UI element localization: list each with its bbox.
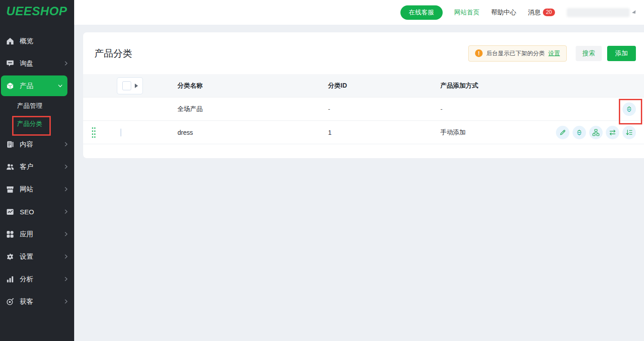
select-all-checkbox[interactable] (122, 81, 131, 90)
sort-button[interactable] (622, 102, 636, 116)
sidebar-item-label: 内容 (20, 140, 63, 149)
sitemap-button[interactable] (589, 126, 603, 139)
sidebar-item-label: 设置 (20, 252, 63, 261)
home-icon (6, 37, 14, 45)
offline-category-notice: ! 后台显示已下架的分类 设置 (468, 45, 567, 62)
sidebar-item-acquisition[interactable]: 获客 (0, 290, 74, 313)
apps-icon (6, 230, 14, 238)
table-header-row: 分类名称 分类ID 产品添加方式 (83, 74, 644, 97)
category-id-cell: 1 (328, 129, 440, 136)
sidebar-item-inquiry[interactable]: 询盘 (0, 52, 74, 75)
sidebar-subitem-product-category[interactable]: 产品分类 (0, 115, 74, 133)
sidebar: UEESHOP 概览询盘产品产品管理产品分类内容客户网站SEO应用设置分析获客 (0, 0, 74, 341)
sidebar-item-label: 概览 (20, 37, 69, 45)
sidebar-item-label: SEO (20, 208, 63, 216)
topbar: 在线客服 网站首页 帮助中心 消息 20 (74, 0, 644, 25)
chevron-right-icon (63, 276, 69, 282)
category-name-cell: 全场产品 (178, 105, 328, 113)
row-checkbox[interactable] (120, 128, 121, 137)
row-actions (553, 102, 644, 116)
swap-button[interactable] (606, 126, 619, 139)
sidebar-subitem-product-management[interactable]: 产品管理 (0, 97, 74, 115)
gear-icon (6, 253, 14, 261)
product-category-card: 产品分类 ! 后台显示已下架的分类 设置 搜索 添加 分类名称 分类ID 产品添… (83, 32, 644, 158)
help-center-link[interactable]: 帮助中心 (491, 9, 516, 17)
sidebar-item-content[interactable]: 内容 (0, 133, 74, 155)
card-header: 产品分类 ! 后台显示已下架的分类 设置 搜索 添加 (83, 32, 644, 74)
sidebar-item-product[interactable]: 产品 (1, 75, 67, 96)
sidebar-item-seo[interactable]: SEO (0, 200, 74, 223)
box-icon (6, 82, 14, 90)
edit-button[interactable] (556, 126, 569, 139)
chevron-right-icon (63, 61, 69, 66)
drag-handle-icon[interactable] (91, 127, 96, 138)
sidebar-item-customers[interactable]: 客户 (0, 155, 74, 178)
edit-icon (559, 129, 566, 136)
order-button[interactable] (622, 126, 636, 139)
sidebar-item-apps[interactable]: 应用 (0, 223, 74, 245)
add-button[interactable]: 添加 (607, 46, 636, 61)
row-actions (553, 126, 644, 139)
chevron-right-icon (63, 164, 69, 169)
chevron-right-icon (63, 231, 69, 237)
expand-triangle-icon[interactable] (135, 84, 138, 88)
table-body: 全场产品--dress1手动添加 (83, 97, 644, 144)
table-row: 全场产品-- (83, 97, 644, 121)
user-name-redacted (567, 8, 630, 17)
chevron-down-icon (58, 83, 63, 89)
doc-icon (6, 141, 14, 148)
page-title: 产品分类 (94, 47, 468, 60)
bulk-select-control[interactable] (117, 77, 143, 94)
messages-count-badge: 20 (543, 9, 555, 16)
search-button[interactable]: 搜索 (576, 46, 602, 61)
chat-icon (6, 60, 14, 67)
notice-settings-link[interactable]: 设置 (548, 49, 560, 58)
sidebar-item-label: 产品 (20, 82, 58, 90)
table-row: dress1手动添加 (83, 121, 644, 144)
store-icon (6, 186, 14, 193)
chevron-right-icon (63, 299, 69, 304)
sidebar-menu: 概览询盘产品产品管理产品分类内容客户网站SEO应用设置分析获客 (0, 30, 74, 313)
seo-icon (6, 208, 14, 216)
online-service-button[interactable]: 在线客服 (400, 5, 443, 20)
target-icon (6, 298, 14, 306)
chevron-right-icon (63, 186, 69, 192)
warning-icon: ! (475, 49, 483, 57)
sidebar-item-label: 客户 (20, 163, 63, 171)
sidebar-item-label: 网站 (20, 185, 63, 194)
messages-link[interactable]: 消息 20 (528, 9, 555, 17)
sidebar-item-settings[interactable]: 设置 (0, 245, 74, 268)
sort-icon (626, 106, 633, 113)
sidebar-item-analytics[interactable]: 分析 (0, 268, 74, 290)
sidebar-item-label: 获客 (20, 297, 63, 306)
user-caret-icon (632, 10, 637, 15)
swap-icon (609, 129, 616, 136)
header-category-name: 分类名称 (178, 82, 328, 90)
chart-icon (6, 275, 14, 283)
add-method-cell: - (440, 106, 553, 113)
category-name-cell: dress (178, 129, 328, 136)
messages-label: 消息 (528, 9, 541, 17)
notice-text: 后台显示已下架的分类 (486, 49, 545, 58)
header-add-method: 产品添加方式 (440, 82, 553, 90)
sort-button[interactable] (573, 126, 586, 139)
sidebar-item-label: 分析 (20, 275, 63, 283)
header-category-id: 分类ID (328, 82, 440, 90)
sidebar-item-overview[interactable]: 概览 (0, 30, 74, 52)
category-id-cell: - (328, 106, 440, 113)
order-icon (626, 129, 633, 136)
user-account-menu[interactable] (567, 8, 637, 17)
sidebar-item-label: 应用 (20, 230, 63, 239)
users-icon (6, 163, 14, 171)
brand-logo: UEESHOP (0, 0, 74, 30)
chevron-right-icon (63, 209, 69, 214)
site-home-link[interactable]: 网站首页 (454, 9, 480, 17)
sidebar-item-label: 询盘 (20, 59, 63, 68)
sidebar-item-website[interactable]: 网站 (0, 178, 74, 200)
sitemap-icon (592, 129, 600, 136)
chevron-right-icon (63, 142, 69, 147)
add-method-cell: 手动添加 (440, 128, 553, 137)
sort-icon (576, 129, 583, 136)
chevron-right-icon (63, 254, 69, 259)
